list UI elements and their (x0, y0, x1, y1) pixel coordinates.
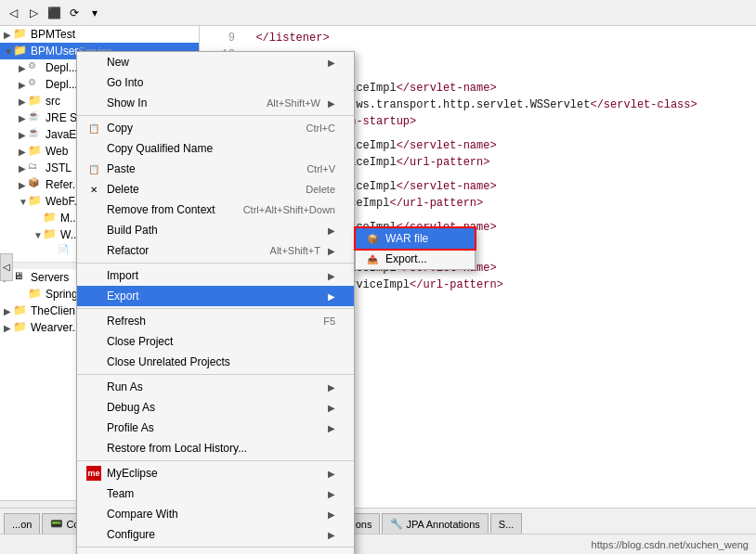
menu-sep-6 (77, 547, 354, 548)
myeclipse-icon: me (86, 466, 101, 481)
menu-item-copy[interactable]: 📋Copy Ctrl+C (77, 118, 354, 138)
menu-item-close-project[interactable]: Close Project (77, 331, 354, 352)
close-project-icon (86, 334, 101, 349)
toolbar-btn-refresh[interactable]: ⟳ (65, 4, 84, 22)
menu-item-team[interactable]: Team ▶ (77, 483, 354, 504)
configure-icon (86, 527, 101, 542)
debugas-icon (86, 400, 101, 415)
team-icon (86, 486, 101, 501)
toolbar-btn-menu[interactable]: ▾ (85, 4, 104, 22)
m-folder-icon: 📁 (43, 211, 58, 225)
showin-icon (86, 96, 101, 110)
menu-item-runas[interactable]: Run As ▶ (77, 377, 354, 397)
menu-item-delete[interactable]: ✕Delete Delete (77, 179, 354, 200)
new-icon (86, 55, 101, 70)
top-toolbar: ◁ ▷ ⬛ ⟳ ▾ (0, 0, 756, 26)
jstl-icon: 🗂 (28, 161, 43, 175)
folder-icon: 📁 (13, 44, 28, 58)
paste-icon: 📋 (86, 161, 101, 176)
menu-item-remove-context[interactable]: Remove from Context Ctrl+Alt+Shift+Down (77, 200, 354, 220)
web-folder-icon: 📁 (28, 144, 43, 159)
javae-icon: ☕ (28, 127, 43, 142)
compare-icon (86, 507, 101, 522)
w-folder-icon: 📁 (43, 227, 58, 242)
war-file-label: WAR file (385, 232, 428, 245)
buildpath-icon (86, 223, 101, 238)
context-menu: New ▶ Go Into Show In Alt+Shift+W▶ 📋Copy… (76, 51, 355, 554)
refactor-icon (86, 243, 101, 258)
menu-item-restore[interactable]: Restore from Local History... (77, 438, 354, 458)
menu-item-compare[interactable]: Compare With ▶ (77, 504, 354, 524)
wearver-icon: 📁 (13, 320, 28, 335)
webf-folder-icon: 📁 (28, 194, 43, 209)
menu-sep-3 (77, 308, 354, 309)
submenu-item-war-file[interactable]: 📦 WAR file (354, 226, 476, 251)
export-submenu-icon: 📤 (365, 251, 380, 266)
close-unrelated-icon (86, 354, 101, 369)
menu-item-copy-qualified[interactable]: Copy Qualified Name (77, 138, 354, 159)
export-submenu: 📦 WAR file 📤 Export... (355, 227, 476, 270)
menu-item-import[interactable]: Import ▶ (77, 265, 354, 286)
refresh-icon (86, 314, 101, 329)
copy-icon: 📋 (86, 121, 101, 135)
jre-icon: ☕ (28, 110, 43, 125)
runas-icon (86, 380, 101, 394)
server-icon: 🖥 (13, 270, 28, 285)
status-url: https://blog.csdn.net/xuchen_weng (592, 539, 749, 550)
menu-item-myeclipse[interactable]: meMyEclipse ▶ (77, 463, 354, 483)
theclient-icon: 📁 (13, 303, 28, 318)
menu-item-refactor[interactable]: Refactor Alt+Shift+T▶ (77, 240, 354, 261)
war-file-icon: 📦 (365, 231, 380, 246)
collapse-panel-btn[interactable]: ◁ (0, 253, 13, 281)
deploy-icon2: ⚙ (28, 77, 43, 92)
src-folder-icon: 📁 (28, 94, 43, 109)
folder-icon: 📁 (13, 27, 28, 42)
ide-window: ◁ ▷ ⬛ ⟳ ▾ ▶ 📁 BPMTest ▼ 📁 BPMUserService… (0, 0, 756, 554)
menu-item-profileas[interactable]: Profile As ▶ (77, 418, 354, 438)
menu-item-configure[interactable]: Configure ▶ (77, 524, 354, 545)
menu-item-buildpath[interactable]: Build Path ▶ (77, 220, 354, 240)
menu-item-showin[interactable]: Show In Alt+Shift+W▶ (77, 93, 354, 113)
toolbar-btn-stop[interactable]: ⬛ (45, 4, 63, 22)
import-icon (86, 268, 101, 283)
springm-icon: 📁 (28, 287, 43, 302)
remove-context-icon (86, 202, 101, 217)
tree-item-bpmtest[interactable]: ▶ 📁 BPMTest (0, 26, 199, 43)
code-line-9: 9 </listener> (207, 30, 749, 46)
menu-item-debugas[interactable]: Debug As ▶ (77, 397, 354, 418)
submenu-item-export[interactable]: 📤 Export... (356, 249, 475, 269)
menu-item-goto[interactable]: Go Into (77, 72, 354, 93)
delete-icon: ✕ (86, 182, 101, 197)
deploy-icon: ⚙ (28, 60, 43, 75)
toolbar-btn-back[interactable]: ◁ (4, 4, 22, 22)
menu-item-close-unrelated[interactable]: Close Unrelated Projects (77, 352, 354, 372)
export-icon (86, 289, 101, 303)
menu-item-export[interactable]: Export ▶ (77, 286, 354, 306)
restore-icon (86, 441, 101, 456)
menu-sep-4 (77, 374, 354, 375)
menu-sep-1 (77, 115, 354, 116)
menu-item-properties[interactable]: Properties Alt+Enter (77, 549, 354, 554)
tab-jpa[interactable]: 🔧JPA Annotations (382, 513, 488, 534)
profileas-icon (86, 420, 101, 435)
tab-s[interactable]: S... (490, 513, 523, 534)
menu-item-new[interactable]: New ▶ (77, 52, 354, 72)
refer-icon: 📦 (28, 177, 43, 192)
menu-sep-5 (77, 460, 354, 461)
goto-icon (86, 75, 101, 90)
copy-qualified-icon (86, 141, 101, 156)
xml-icon: 📄 (58, 244, 72, 259)
toolbar-btn-fwd[interactable]: ▷ (24, 4, 43, 22)
menu-item-refresh[interactable]: Refresh F5 (77, 311, 354, 331)
menu-item-paste[interactable]: 📋Paste Ctrl+V (77, 159, 354, 179)
export-label: Export... (385, 252, 427, 265)
menu-sep-2 (77, 263, 354, 264)
tab-on[interactable]: ...on (4, 513, 40, 534)
